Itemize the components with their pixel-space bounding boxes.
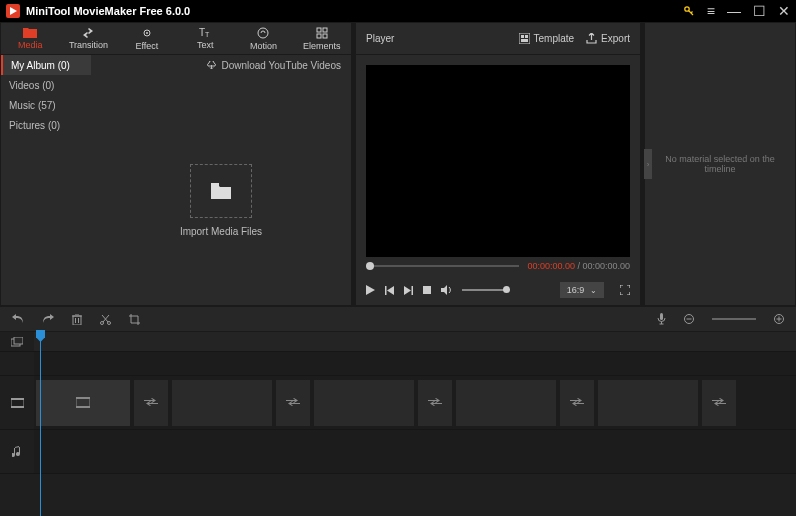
template-button[interactable]: Template (519, 33, 575, 44)
volume-button[interactable] (441, 285, 452, 295)
volume-slider[interactable] (462, 289, 510, 291)
seek-bar[interactable] (366, 265, 519, 267)
title-bar: MiniTool MovieMaker Free 6.0.0 ≡ — ☐ ✕ (0, 0, 796, 22)
menu-icon[interactable]: ≡ (707, 3, 715, 19)
lib-item-pictures[interactable]: Pictures (0) (1, 115, 91, 135)
tab-label: Transition (69, 40, 108, 50)
svg-rect-16 (525, 35, 528, 38)
lib-item-myalbum[interactable]: My Album (0) (1, 55, 91, 75)
collapse-inspector-button[interactable]: › (644, 149, 652, 179)
export-label: Export (601, 33, 630, 44)
maximize-button[interactable]: ☐ (753, 3, 766, 19)
export-icon (586, 33, 597, 44)
inspector-empty-text: No material selected on the timeline (645, 154, 795, 174)
track-video[interactable] (34, 376, 796, 430)
svg-rect-11 (317, 34, 321, 38)
video-clip-slot[interactable] (172, 380, 272, 426)
play-button[interactable] (366, 285, 375, 295)
aspect-label: 16:9 (567, 285, 585, 295)
playhead[interactable] (40, 332, 41, 516)
tab-elements[interactable]: Elements (293, 23, 351, 54)
timeline-tracks[interactable] (34, 332, 796, 516)
zoom-out-button[interactable] (684, 314, 694, 324)
lib-item-videos[interactable]: Videos (0) (1, 75, 91, 95)
svg-marker-18 (366, 285, 375, 295)
svg-rect-10 (323, 28, 327, 32)
template-label: Template (534, 33, 575, 44)
player-title: Player (366, 33, 507, 44)
svg-rect-17 (521, 39, 528, 42)
top-tabs: Media Transition Effect TT Text Motion E… (1, 23, 351, 55)
redo-button[interactable] (42, 314, 54, 324)
svg-rect-14 (519, 33, 530, 44)
svg-marker-21 (404, 286, 411, 295)
delete-button[interactable] (72, 314, 82, 325)
folder-icon (23, 27, 37, 38)
track-overlay[interactable] (34, 332, 796, 352)
video-clip-slot[interactable] (598, 380, 698, 426)
split-button[interactable] (100, 314, 111, 325)
transition-slot[interactable] (702, 380, 736, 426)
cloud-download-icon (206, 61, 217, 70)
svg-line-3 (691, 12, 693, 14)
transition-slot[interactable] (560, 380, 594, 426)
fullscreen-button[interactable] (620, 285, 630, 295)
import-label: Import Media Files (180, 226, 262, 237)
tab-transition[interactable]: Transition (59, 23, 117, 54)
folder-icon (211, 183, 231, 199)
tab-media[interactable]: Media (1, 23, 59, 54)
track-audio[interactable] (34, 430, 796, 474)
motion-icon (257, 27, 269, 39)
chevron-down-icon: ⌄ (590, 286, 597, 295)
tab-text[interactable]: TT Text (176, 23, 234, 54)
track-header-audio[interactable] (0, 430, 34, 474)
tab-label: Elements (303, 41, 341, 51)
undo-button[interactable] (12, 314, 24, 324)
crop-button[interactable] (129, 314, 140, 325)
player-panel: Player Template Export 00:00:00.00 / 00:… (355, 22, 641, 306)
transition-slot[interactable] (134, 380, 168, 426)
svg-rect-23 (423, 286, 431, 294)
tab-effect[interactable]: Effect (118, 23, 176, 54)
close-button[interactable]: ✕ (778, 3, 790, 19)
svg-rect-25 (73, 316, 81, 325)
inspector-panel: › No material selected on the timeline (644, 22, 796, 306)
timeline-toolbar (0, 306, 796, 332)
transition-slot[interactable] (276, 380, 310, 426)
lib-item-music[interactable]: Music (57) (1, 95, 91, 115)
svg-rect-43 (11, 398, 24, 400)
minimize-button[interactable]: — (727, 3, 741, 19)
video-clip-slot[interactable] (314, 380, 414, 426)
track-header-video[interactable] (0, 376, 34, 430)
svg-line-33 (102, 315, 108, 322)
stop-button[interactable] (423, 286, 431, 294)
svg-point-8 (258, 28, 268, 38)
text-icon: TT (199, 27, 211, 38)
sparkle-icon (141, 27, 153, 39)
aspect-ratio-select[interactable]: 16:9 ⌄ (560, 282, 604, 298)
svg-rect-46 (76, 397, 90, 399)
import-media-button[interactable] (190, 164, 252, 218)
svg-rect-34 (660, 313, 663, 320)
mic-icon[interactable] (657, 313, 666, 325)
zoom-slider[interactable] (712, 318, 756, 320)
track-text[interactable] (34, 352, 796, 376)
prev-frame-button[interactable] (385, 286, 394, 295)
track-header-text[interactable] (0, 352, 34, 376)
library-sidebar: My Album (0) Videos (0) Music (57) Pictu… (1, 55, 91, 305)
video-clip-slot[interactable] (36, 380, 130, 426)
svg-rect-22 (412, 286, 414, 295)
next-frame-button[interactable] (404, 286, 413, 295)
tab-label: Text (197, 40, 214, 50)
transition-slot[interactable] (418, 380, 452, 426)
app-logo (6, 4, 20, 18)
key-icon[interactable] (683, 5, 695, 17)
svg-line-32 (103, 315, 109, 322)
track-header-overlay[interactable] (0, 332, 34, 352)
tab-motion[interactable]: Motion (234, 23, 292, 54)
video-clip-slot[interactable] (456, 380, 556, 426)
export-button[interactable]: Export (586, 33, 630, 44)
zoom-in-button[interactable] (774, 314, 784, 324)
svg-marker-0 (10, 7, 17, 15)
download-youtube-button[interactable]: Download YouTube Videos (91, 55, 351, 75)
